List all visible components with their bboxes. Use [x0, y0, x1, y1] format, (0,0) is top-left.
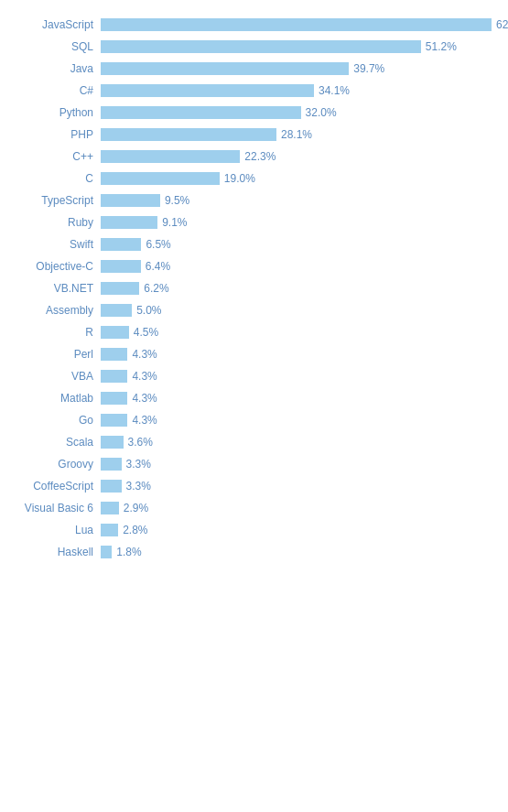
- bar-fill: [101, 480, 122, 493]
- bar-label: Groovy: [9, 458, 101, 471]
- bar-row: C#34.1%: [9, 82, 490, 99]
- bar-value: 34.1%: [319, 84, 350, 97]
- bar-value: 51.2%: [426, 40, 457, 53]
- bar-fill: [101, 194, 160, 207]
- bar-wrapper: 4.3%: [101, 370, 490, 383]
- bar-wrapper: 3.6%: [101, 436, 490, 449]
- bar-value: 3.6%: [128, 436, 153, 449]
- bar-value: 32.0%: [306, 106, 337, 119]
- bar-row: Python32.0%: [9, 104, 490, 121]
- bar-value: 62.5%: [496, 18, 508, 31]
- bar-wrapper: 51.2%: [101, 40, 490, 53]
- bar-label: Java: [9, 62, 101, 75]
- bar-value: 6.5%: [146, 238, 170, 251]
- bar-row: Java39.7%: [9, 60, 490, 77]
- bar-row: Groovy3.3%: [9, 456, 490, 472]
- bar-label: Perl: [9, 348, 101, 361]
- bar-wrapper: 6.4%: [101, 260, 490, 273]
- bar-row: Scala3.6%: [9, 434, 490, 450]
- bar-label: C#: [9, 84, 101, 97]
- bar-row: C19.0%: [9, 170, 490, 187]
- bar-wrapper: 34.1%: [101, 84, 490, 97]
- bar-label: R: [9, 326, 101, 339]
- bar-row: Swift6.5%: [9, 236, 490, 253]
- bar-fill: [101, 414, 127, 427]
- bar-fill: [101, 260, 141, 273]
- bar-value: 6.4%: [146, 260, 170, 273]
- bar-chart: JavaScript62.5%SQL51.2%Java39.7%C#34.1%P…: [0, 9, 499, 573]
- bar-value: 3.3%: [126, 480, 151, 493]
- bar-wrapper: 4.5%: [101, 326, 490, 339]
- bar-value: 3.3%: [126, 458, 151, 471]
- bar-wrapper: 4.3%: [101, 392, 490, 405]
- bar-value: 4.3%: [132, 370, 157, 383]
- bar-wrapper: 39.7%: [101, 62, 490, 75]
- bar-label: Matlab: [9, 392, 101, 405]
- bar-label: Assembly: [9, 304, 101, 317]
- bar-fill: [101, 546, 112, 558]
- bar-row: JavaScript62.5%: [9, 16, 490, 33]
- bar-wrapper: 3.3%: [101, 480, 490, 493]
- bar-row: Haskell1.8%: [9, 544, 490, 560]
- bar-value: 4.3%: [132, 392, 157, 405]
- bar-wrapper: 6.5%: [101, 238, 490, 251]
- bar-label: C: [9, 172, 101, 185]
- bar-row: Assembly5.0%: [9, 302, 490, 319]
- bar-row: TypeScript9.5%: [9, 192, 490, 209]
- bar-fill: [101, 524, 118, 536]
- bar-label: VBA: [9, 370, 101, 383]
- bar-fill: [101, 172, 220, 185]
- bar-value: 2.8%: [123, 524, 147, 536]
- bar-label: Swift: [9, 238, 101, 251]
- bar-row: VB.NET6.2%: [9, 280, 490, 297]
- bar-value: 6.2%: [144, 282, 168, 295]
- bar-fill: [101, 62, 349, 75]
- bar-wrapper: 4.3%: [101, 348, 490, 361]
- bar-label: VB.NET: [9, 282, 101, 295]
- bar-wrapper: 6.2%: [101, 282, 490, 295]
- bar-value: 4.3%: [132, 348, 157, 361]
- bar-fill: [101, 84, 314, 97]
- bar-label: Python: [9, 106, 101, 119]
- bar-wrapper: 62.5%: [101, 18, 508, 31]
- bar-wrapper: 2.9%: [101, 502, 490, 514]
- bar-row: C++22.3%: [9, 148, 490, 165]
- bar-row: Matlab4.3%: [9, 390, 490, 406]
- bar-row: Objective-C6.4%: [9, 258, 490, 275]
- bar-fill: [101, 436, 124, 449]
- bar-fill: [101, 18, 492, 31]
- bar-row: R4.5%: [9, 324, 490, 341]
- bar-fill: [101, 502, 119, 514]
- bar-label: Visual Basic 6: [9, 502, 101, 514]
- bar-value: 19.0%: [224, 172, 255, 185]
- bar-wrapper: 22.3%: [101, 150, 490, 163]
- bar-label: Scala: [9, 436, 101, 449]
- bar-wrapper: 1.8%: [101, 546, 490, 558]
- bar-value: 5.0%: [136, 304, 161, 317]
- bar-value: 39.7%: [353, 62, 384, 75]
- bar-label: Lua: [9, 524, 101, 536]
- bar-row: Ruby9.1%: [9, 214, 490, 231]
- bar-fill: [101, 150, 240, 163]
- bar-wrapper: 9.5%: [101, 194, 490, 207]
- bar-label: Objective-C: [9, 260, 101, 273]
- bar-label: Haskell: [9, 546, 101, 558]
- bar-value: 4.3%: [132, 414, 157, 427]
- bar-fill: [101, 370, 127, 383]
- bar-value: 9.1%: [162, 216, 187, 229]
- bar-label: PHP: [9, 128, 101, 141]
- bar-value: 1.8%: [116, 546, 141, 558]
- bar-row: Go4.3%: [9, 412, 490, 428]
- bar-label: Go: [9, 414, 101, 427]
- bar-wrapper: 2.8%: [101, 524, 490, 536]
- bar-row: CoffeeScript3.3%: [9, 478, 490, 494]
- bar-row: PHP28.1%: [9, 126, 490, 143]
- bar-label: TypeScript: [9, 194, 101, 207]
- bar-wrapper: 32.0%: [101, 106, 490, 119]
- bar-fill: [101, 392, 127, 405]
- bar-fill: [101, 106, 301, 119]
- bar-label: SQL: [9, 40, 101, 53]
- bar-label: C++: [9, 150, 101, 163]
- bar-row: Visual Basic 62.9%: [9, 500, 490, 516]
- bar-fill: [101, 40, 421, 53]
